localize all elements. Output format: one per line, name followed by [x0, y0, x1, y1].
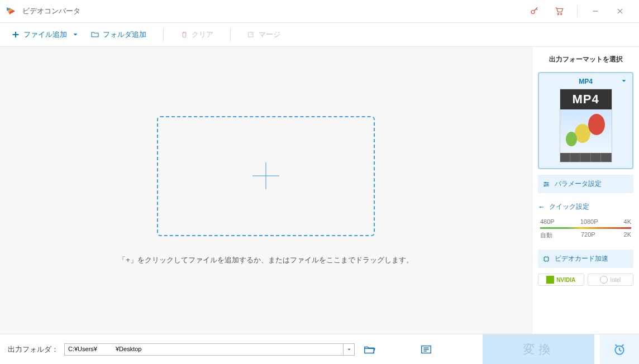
list-button[interactable]: [417, 343, 435, 356]
dropzone-hint: 「+」をクリックしてファイルを追加するか、またはファイルをここまでドラッグします…: [118, 255, 413, 265]
titlebar-separator: [577, 5, 578, 17]
quick-settings-label: クイック設定: [549, 202, 589, 212]
nvidia-logo-icon: [546, 276, 554, 284]
dropzone-plus-icon: [252, 162, 279, 189]
schedule-button[interactable]: [600, 334, 639, 365]
minimize-button[interactable]: [583, 0, 608, 22]
main: 「+」をクリックしてファイルを追加するか、またはファイルをここまでドラッグします…: [0, 47, 639, 334]
svg-point-6: [544, 185, 545, 186]
output-path-dropdown[interactable]: [343, 344, 354, 355]
res-auto: 自動: [540, 231, 552, 240]
sidebar: 出力フォーマットを選択 MP4 MP4 パラメータ設定 クイック設定: [532, 47, 639, 334]
list-icon: [420, 343, 432, 356]
output-path-input[interactable]: [65, 344, 343, 355]
app-logo-icon: [7, 6, 17, 16]
svg-point-5: [547, 183, 548, 184]
svg-rect-3: [249, 32, 253, 37]
svg-point-2: [561, 13, 562, 15]
workspace: 「+」をクリックしてファイルを追加するか、またはファイルをここまでドラッグします…: [0, 47, 532, 334]
format-select[interactable]: MP4: [541, 75, 630, 89]
cart-button[interactable]: [547, 0, 571, 22]
svg-point-1: [557, 13, 559, 15]
res-4k: 4K: [624, 218, 631, 225]
output-path-field[interactable]: [64, 343, 355, 356]
trash-icon: [180, 31, 188, 39]
add-file-label: ファイル追加: [23, 30, 67, 40]
sidebar-title: 出力フォーマットを選択: [538, 55, 633, 66]
add-file-button[interactable]: ファイル追加: [7, 26, 71, 43]
add-folder-label: フォルダ追加: [103, 30, 146, 40]
open-folder-button[interactable]: [360, 343, 378, 356]
merge-icon: [247, 31, 255, 39]
gpu-accel-button[interactable]: ビデオカード加速: [538, 250, 633, 268]
format-thumb: MP4: [560, 89, 612, 162]
nvidia-badge[interactable]: NVIDIA: [538, 274, 584, 286]
clear-button[interactable]: クリア: [176, 26, 218, 43]
add-folder-button[interactable]: フォルダ追加: [86, 26, 151, 43]
alarm-clock-icon: [612, 342, 627, 357]
add-file-dropdown[interactable]: [73, 30, 78, 40]
svg-point-0: [531, 11, 535, 14]
toolbar-sep-1: [163, 28, 164, 41]
quick-settings-header: クイック設定: [538, 199, 633, 213]
merge-button[interactable]: マージ: [243, 26, 285, 43]
res-480p: 480P: [540, 218, 555, 225]
format-card: MP4 MP4: [538, 72, 633, 169]
convert-label: 変換: [523, 341, 554, 358]
footer: 出力フォルダ： 変換: [0, 334, 639, 364]
sliders-icon: [542, 180, 550, 188]
merge-label: マージ: [259, 30, 280, 40]
close-button[interactable]: [608, 0, 632, 22]
key-button[interactable]: [522, 0, 547, 22]
svg-rect-7: [545, 257, 549, 261]
dropzone[interactable]: [157, 116, 375, 236]
res-2k: 2K: [624, 231, 631, 240]
folder-open-icon: [363, 343, 375, 356]
toolbar-sep-2: [230, 28, 231, 41]
svg-point-4: [545, 181, 546, 183]
toolbar: ファイル追加 フォルダ追加 クリア マージ: [0, 22, 639, 47]
chip-icon: [542, 255, 550, 263]
intel-logo-icon: [600, 276, 608, 284]
titlebar: ビデオコンバータ: [0, 0, 639, 22]
convert-button[interactable]: 変換: [483, 334, 594, 365]
parameter-settings-label: パラメータ設定: [555, 179, 602, 189]
format-select-label: MP4: [579, 78, 593, 85]
clear-label: クリア: [192, 30, 213, 40]
format-thumb-label: MP4: [560, 89, 612, 109]
plus-icon: [11, 30, 20, 39]
output-folder-label: 出力フォルダ：: [8, 344, 59, 355]
resolution-slider[interactable]: 480P 1080P 4K 自動 720P 2K: [538, 218, 633, 244]
res-1080p: 1080P: [580, 218, 598, 225]
nvidia-label: NVIDIA: [556, 277, 575, 283]
chevron-down-icon: [621, 78, 627, 85]
folder-icon: [90, 30, 99, 39]
intel-badge[interactable]: Intel: [588, 274, 634, 286]
res-720p: 720P: [581, 231, 595, 240]
parameter-settings-button[interactable]: パラメータ設定: [538, 175, 633, 193]
gpu-accel-label: ビデオカード加速: [555, 254, 608, 264]
intel-label: Intel: [610, 277, 621, 283]
quick-icon: [538, 204, 545, 210]
app-title: ビデオコンバータ: [22, 6, 80, 16]
gpu-badges: NVIDIA Intel: [538, 274, 633, 286]
